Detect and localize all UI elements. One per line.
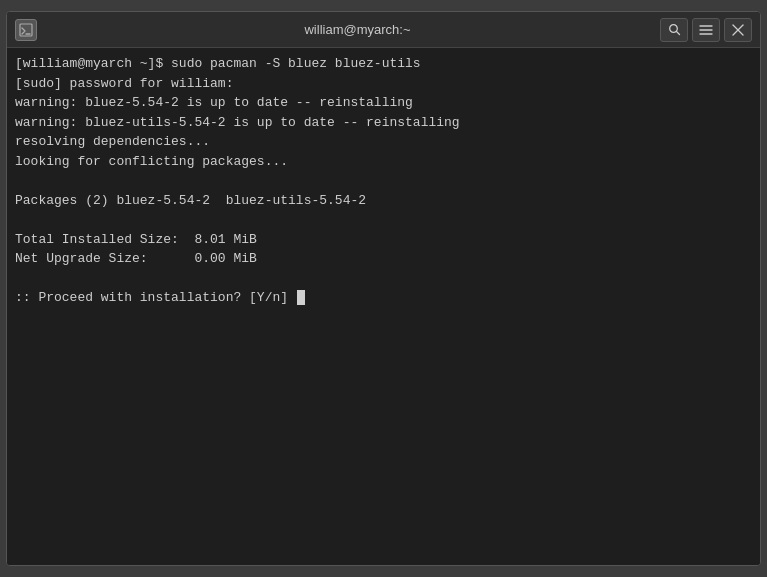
search-button[interactable] <box>660 18 688 42</box>
cursor <box>297 290 305 305</box>
close-button[interactable] <box>724 18 752 42</box>
svg-line-3 <box>676 32 679 35</box>
menu-button[interactable] <box>692 18 720 42</box>
terminal-output[interactable]: [william@myarch ~]$ sudo pacman -S bluez… <box>7 48 760 565</box>
terminal-text: [william@myarch ~]$ sudo pacman -S bluez… <box>15 54 752 308</box>
titlebar: william@myarch:~ <box>7 12 760 48</box>
terminal-window: william@myarch:~ <box>6 11 761 566</box>
window-title: william@myarch:~ <box>55 22 660 37</box>
titlebar-left <box>15 19 55 41</box>
titlebar-controls <box>660 18 752 42</box>
terminal-icon <box>15 19 37 41</box>
